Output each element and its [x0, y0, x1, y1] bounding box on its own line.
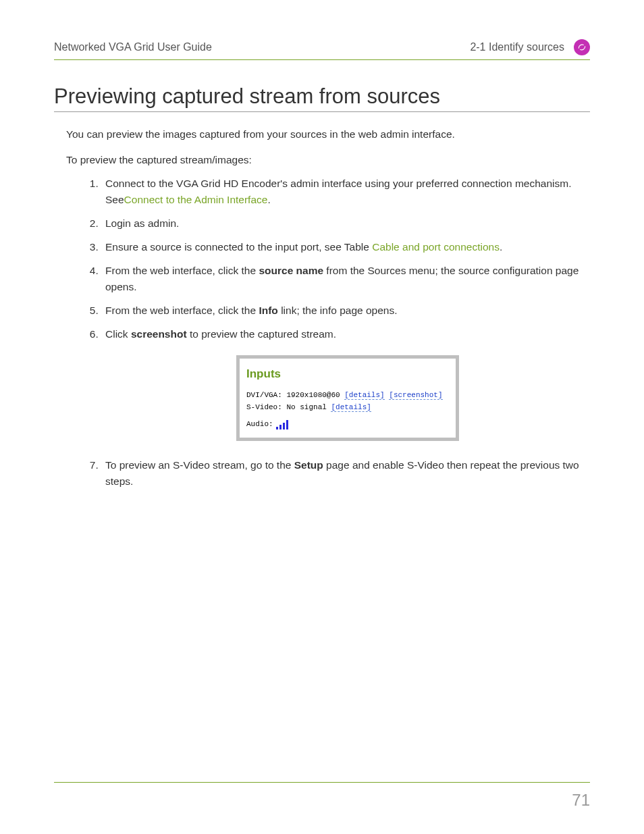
step-text: To preview an S-Video stream, go to the [105, 459, 294, 471]
inputs-panel-title: Inputs [246, 365, 449, 383]
audio-label: Audio: [246, 419, 273, 430]
step-1: Connect to the VGA Grid HD Encoder's adm… [101, 176, 590, 207]
input-label: S-Video: [246, 403, 286, 411]
step-text: . [500, 241, 502, 253]
step-text: link; the info page opens. [278, 305, 398, 316]
step-text: From the web interface, click the [105, 265, 259, 276]
step-2: Login as admin. [101, 215, 590, 231]
step-bold: Info [259, 305, 277, 316]
inputs-screenshot-figure: Inputs DVI/VGA: 1920x1080@60 [details] [… [236, 355, 459, 441]
step-bold: source name [259, 265, 323, 276]
screenshot-link[interactable]: [screenshot] [389, 391, 442, 400]
input-value: 1920x1080@60 [286, 391, 344, 399]
step-text: . [267, 194, 270, 205]
steps-list: Connect to the VGA Grid HD Encoder's adm… [101, 176, 590, 489]
step-bold: Setup [294, 459, 323, 471]
step-5: From the web interface, click the Info l… [101, 303, 590, 318]
header-guide-title: Networked VGA Grid User Guide [54, 41, 212, 53]
input-value: No signal [286, 403, 331, 411]
connect-admin-link[interactable]: Connect to the Admin Interface [124, 194, 268, 205]
step-bold: screenshot [131, 328, 187, 340]
step-3: Ensure a source is connected to the inpu… [101, 239, 590, 255]
details-link[interactable]: [details] [331, 403, 371, 412]
page-number: 71 [572, 791, 590, 810]
page-header: Networked VGA Grid User Guide 2-1 Identi… [54, 39, 590, 60]
inputs-row-dvi: DVI/VGA: 1920x1080@60 [details] [screens… [246, 390, 449, 401]
step-text: Click [105, 328, 131, 340]
input-label: DVI/VGA: [246, 391, 286, 399]
inputs-row-svideo: S-Video: No signal [details] [246, 402, 449, 413]
step-text: Ensure a source is connected to the inpu… [105, 241, 372, 253]
inputs-row-audio: Audio: [246, 419, 449, 430]
step-6: Click screenshot to preview the captured… [101, 326, 590, 441]
header-section-label: 2-1 Identify sources [470, 41, 564, 53]
step-4: From the web interface, click the source… [101, 263, 590, 294]
step-text: From the web interface, click the [105, 305, 259, 316]
cable-port-link[interactable]: Cable and port connections [372, 241, 500, 253]
audio-level-icon [276, 419, 288, 429]
details-link[interactable]: [details] [344, 391, 384, 400]
step-7: To preview an S-Video stream, go to the … [101, 457, 590, 489]
footer-divider [54, 782, 590, 783]
page-title: Previewing captured stream from sources [54, 84, 590, 112]
intro-paragraph: You can preview the images captured from… [66, 127, 590, 142]
lead-paragraph: To preview the captured stream/images: [66, 154, 590, 166]
step-text: to preview the captured stream. [187, 328, 336, 340]
brand-logo-icon [574, 39, 590, 55]
